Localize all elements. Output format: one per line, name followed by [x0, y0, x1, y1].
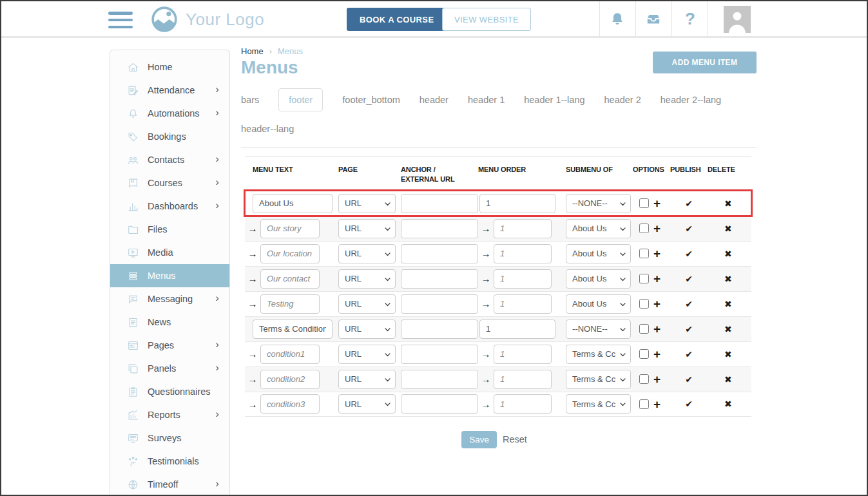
page-select[interactable]: URL — [338, 194, 396, 213]
sidebar-item-surveys[interactable]: Surveys — [110, 426, 229, 450]
anchor-url-input[interactable] — [401, 394, 478, 414]
add-child-plus-icon[interactable]: + — [653, 398, 661, 410]
page-select[interactable]: URL — [338, 320, 396, 339]
delete-x-icon[interactable]: ✖ — [724, 224, 732, 234]
submenu-of-select[interactable]: Terms & Cc — [566, 370, 631, 389]
tab-header-2-lang[interactable]: header 2--lang — [661, 89, 721, 111]
menu-text-input[interactable] — [260, 394, 320, 414]
publish-check-icon[interactable]: ✔ — [685, 274, 693, 284]
add-child-plus-icon[interactable]: + — [653, 197, 661, 209]
delete-x-icon[interactable]: ✖ — [724, 349, 732, 359]
add-menu-item-button[interactable]: ADD MENU ITEM — [653, 52, 757, 73]
tab-header-lang[interactable]: header--lang — [241, 118, 294, 140]
sidebar-item-menus[interactable]: Menus — [110, 264, 229, 287]
submenu-of-select[interactable]: --NONE-- — [566, 194, 631, 213]
menu-order-input[interactable] — [494, 370, 552, 389]
add-child-plus-icon[interactable]: + — [653, 247, 661, 260]
menu-order-input[interactable] — [479, 194, 555, 213]
page-select[interactable]: URL — [338, 394, 396, 414]
page-select[interactable]: URL — [338, 244, 396, 263]
submenu-of-select[interactable]: About Us — [566, 269, 631, 289]
delete-x-icon[interactable]: ✖ — [724, 399, 732, 409]
menu-text-input[interactable] — [260, 269, 320, 289]
anchor-url-input[interactable] — [401, 320, 478, 339]
sidebar-item-media[interactable]: Media — [110, 241, 229, 264]
anchor-url-input[interactable] — [401, 345, 478, 364]
delete-x-icon[interactable]: ✖ — [724, 324, 732, 334]
options-checkbox[interactable] — [639, 324, 649, 334]
delete-x-icon[interactable]: ✖ — [724, 198, 732, 209]
options-checkbox[interactable] — [639, 399, 649, 409]
publish-check-icon[interactable]: ✔ — [685, 198, 693, 209]
save-button[interactable]: Save — [461, 431, 497, 448]
page-select[interactable]: URL — [338, 219, 396, 238]
logo[interactable]: Your Logo — [149, 5, 264, 34]
tab-header-2[interactable]: header 2 — [604, 89, 641, 111]
options-checkbox[interactable] — [639, 198, 649, 208]
menu-text-input[interactable] — [260, 244, 320, 263]
add-child-plus-icon[interactable]: + — [653, 348, 661, 360]
sidebar-item-news[interactable]: News — [110, 310, 229, 334]
delete-x-icon[interactable]: ✖ — [724, 249, 732, 259]
user-avatar[interactable] — [724, 6, 751, 33]
sidebar-item-panels[interactable]: Panels› — [110, 357, 229, 380]
submenu-of-select[interactable]: About Us — [566, 294, 631, 314]
submenu-of-select[interactable]: --NONE-- — [566, 320, 631, 339]
anchor-url-input[interactable] — [401, 370, 478, 389]
options-checkbox[interactable] — [639, 374, 649, 384]
page-select[interactable]: URL — [338, 370, 396, 389]
publish-check-icon[interactable]: ✔ — [685, 249, 693, 259]
publish-check-icon[interactable]: ✔ — [685, 224, 693, 234]
sidebar-item-home[interactable]: Home — [110, 55, 229, 79]
sidebar-item-files[interactable]: Files — [110, 218, 229, 241]
hamburger-menu-icon[interactable] — [108, 12, 133, 28]
menu-order-input[interactable] — [494, 219, 552, 238]
page-select[interactable]: URL — [338, 269, 396, 289]
submenu-of-select[interactable]: Terms & Cc — [566, 345, 631, 364]
submenu-of-select[interactable]: Terms & Cc — [566, 394, 631, 414]
breadcrumb-home-link[interactable]: Home — [241, 46, 264, 56]
page-select[interactable]: URL — [338, 294, 396, 314]
sidebar-item-timeoff[interactable]: Timeoff› — [110, 473, 229, 496]
sidebar-item-dashboards[interactable]: Dashboards› — [110, 195, 229, 218]
reset-button[interactable]: Reset — [503, 434, 527, 444]
options-checkbox[interactable] — [639, 299, 649, 309]
menu-text-input[interactable] — [260, 219, 320, 238]
add-child-plus-icon[interactable]: + — [653, 323, 661, 335]
delete-x-icon[interactable]: ✖ — [724, 374, 732, 385]
menu-order-input[interactable] — [494, 345, 552, 364]
menu-order-input[interactable] — [479, 320, 555, 339]
options-checkbox[interactable] — [639, 224, 649, 233]
help-icon[interactable]: ? — [685, 9, 695, 29]
submenu-of-select[interactable]: About Us — [566, 219, 631, 238]
view-website-button[interactable]: VIEW WEBSITE — [442, 8, 531, 31]
menu-text-input[interactable] — [253, 320, 333, 339]
anchor-url-input[interactable] — [401, 219, 478, 238]
delete-x-icon[interactable]: ✖ — [724, 274, 732, 284]
options-checkbox[interactable] — [639, 249, 649, 258]
publish-check-icon[interactable]: ✔ — [685, 299, 693, 309]
sidebar-item-courses[interactable]: Courses› — [110, 171, 229, 195]
options-checkbox[interactable] — [639, 349, 649, 359]
menu-text-input[interactable] — [253, 194, 333, 213]
menu-text-input[interactable] — [260, 345, 320, 364]
sidebar-item-questionnaires[interactable]: Questionnaires — [110, 380, 229, 403]
submenu-of-select[interactable]: About Us — [566, 244, 631, 263]
sidebar-item-attendance[interactable]: Attendance› — [110, 79, 229, 102]
sidebar-item-bookings[interactable]: Bookings — [110, 125, 229, 148]
publish-check-icon[interactable]: ✔ — [685, 349, 693, 359]
inbox-icon[interactable] — [645, 11, 662, 28]
add-child-plus-icon[interactable]: + — [653, 373, 661, 385]
publish-check-icon[interactable]: ✔ — [685, 324, 693, 334]
tab-header-1[interactable]: header 1 — [468, 89, 505, 111]
add-child-plus-icon[interactable]: + — [653, 298, 661, 310]
add-child-plus-icon[interactable]: + — [653, 222, 661, 234]
menu-text-input[interactable] — [260, 294, 320, 314]
sidebar-item-messaging[interactable]: Messaging› — [110, 287, 229, 310]
publish-check-icon[interactable]: ✔ — [685, 399, 693, 409]
tab-footer-bottom[interactable]: footer_bottom — [342, 89, 400, 111]
delete-x-icon[interactable]: ✖ — [724, 299, 732, 309]
menu-order-input[interactable] — [494, 294, 552, 314]
tab-footer[interactable]: footer — [278, 88, 323, 111]
sidebar-item-testimonials[interactable]: Testimonials — [110, 450, 229, 473]
